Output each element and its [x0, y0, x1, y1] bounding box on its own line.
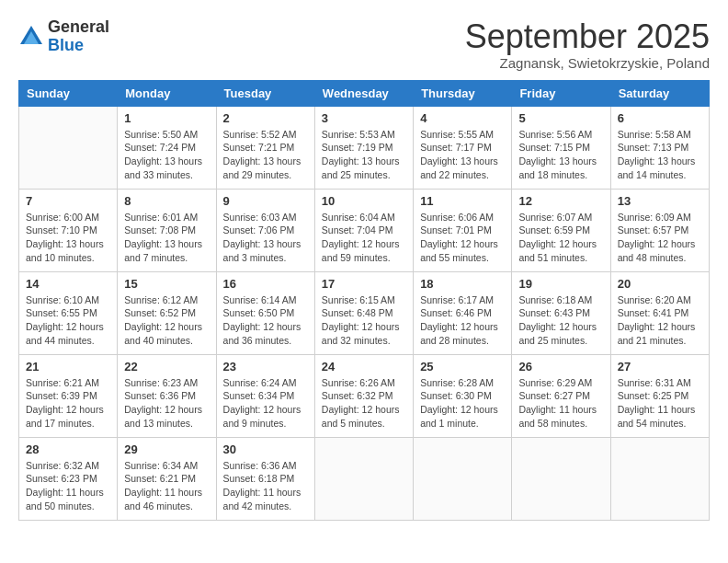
calendar-cell: 10Sunrise: 6:04 AMSunset: 7:04 PMDayligh…: [314, 189, 413, 271]
day-number: 4: [420, 111, 505, 125]
day-info: Sunrise: 6:28 AMSunset: 6:30 PMDaylight:…: [420, 376, 505, 431]
day-info: Sunrise: 6:34 AMSunset: 6:21 PMDaylight:…: [124, 459, 209, 513]
week-row-1: 1Sunrise: 5:50 AMSunset: 7:24 PMDaylight…: [19, 106, 710, 189]
location-subtitle: Zagnansk, Swietokrzyskie, Poland: [465, 55, 710, 71]
day-number: 20: [618, 277, 702, 291]
day-info: Sunrise: 6:03 AMSunset: 7:06 PMDaylight:…: [223, 211, 308, 265]
day-info: Sunrise: 6:18 AMSunset: 6:43 PMDaylight:…: [518, 293, 603, 348]
day-info: Sunrise: 6:23 AMSunset: 6:36 PMDaylight:…: [124, 376, 209, 431]
day-info: Sunrise: 6:06 AMSunset: 7:01 PMDaylight:…: [420, 211, 505, 265]
day-number: 25: [420, 360, 505, 373]
day-number: 23: [223, 360, 308, 373]
day-number: 7: [26, 194, 110, 208]
day-number: 17: [322, 277, 406, 291]
weekday-header-sunday: Sunday: [19, 80, 118, 106]
day-number: 24: [322, 360, 406, 373]
calendar-cell: 19Sunrise: 6:18 AMSunset: 6:43 PMDayligh…: [512, 271, 610, 354]
day-info: Sunrise: 6:01 AMSunset: 7:08 PMDaylight:…: [124, 211, 209, 265]
day-number: 22: [124, 360, 209, 373]
day-info: Sunrise: 6:32 AMSunset: 6:23 PMDaylight:…: [26, 459, 110, 513]
day-info: Sunrise: 6:26 AMSunset: 6:32 PMDaylight:…: [322, 376, 406, 431]
weekday-header-row: SundayMondayTuesdayWednesdayThursdayFrid…: [19, 80, 710, 106]
day-info: Sunrise: 6:04 AMSunset: 7:04 PMDaylight:…: [322, 211, 406, 265]
calendar-cell: 13Sunrise: 6:09 AMSunset: 6:57 PMDayligh…: [610, 189, 709, 271]
calendar-cell: 2Sunrise: 5:52 AMSunset: 7:21 PMDaylight…: [216, 106, 314, 189]
day-number: 15: [124, 277, 209, 291]
day-number: 16: [223, 277, 308, 291]
day-number: 14: [26, 277, 110, 291]
day-info: Sunrise: 5:55 AMSunset: 7:17 PMDaylight:…: [420, 128, 505, 182]
calendar-cell: 24Sunrise: 6:26 AMSunset: 6:32 PMDayligh…: [314, 354, 413, 437]
calendar-cell: [314, 437, 413, 520]
weekday-header-tuesday: Tuesday: [216, 80, 314, 106]
day-info: Sunrise: 5:52 AMSunset: 7:21 PMDaylight:…: [223, 128, 308, 182]
calendar-cell: [610, 437, 709, 520]
calendar-cell: 23Sunrise: 6:24 AMSunset: 6:34 PMDayligh…: [216, 354, 314, 437]
weekday-header-friday: Friday: [512, 80, 610, 106]
day-info: Sunrise: 6:20 AMSunset: 6:41 PMDaylight:…: [618, 293, 702, 348]
day-number: 5: [518, 111, 603, 125]
logo-general: General: [48, 18, 109, 37]
logo-blue: Blue: [48, 37, 109, 55]
calendar-cell: 12Sunrise: 6:07 AMSunset: 6:59 PMDayligh…: [512, 189, 610, 271]
page-header: General Blue September 2025 Zagnansk, Sw…: [18, 18, 710, 71]
day-info: Sunrise: 6:12 AMSunset: 6:52 PMDaylight:…: [124, 293, 209, 348]
calendar-cell: 21Sunrise: 6:21 AMSunset: 6:39 PMDayligh…: [19, 354, 118, 437]
weekday-header-thursday: Thursday: [414, 80, 512, 106]
calendar-cell: 26Sunrise: 6:29 AMSunset: 6:27 PMDayligh…: [512, 354, 610, 437]
calendar-cell: 8Sunrise: 6:01 AMSunset: 7:08 PMDaylight…: [118, 189, 216, 271]
day-number: 11: [420, 194, 505, 208]
month-title: September 2025: [465, 18, 710, 55]
calendar-cell: 29Sunrise: 6:34 AMSunset: 6:21 PMDayligh…: [118, 437, 216, 520]
calendar-cell: [414, 437, 512, 520]
day-info: Sunrise: 5:50 AMSunset: 7:24 PMDaylight:…: [124, 128, 209, 182]
calendar-cell: 15Sunrise: 6:12 AMSunset: 6:52 PMDayligh…: [118, 271, 216, 354]
day-number: 3: [322, 111, 406, 125]
day-info: Sunrise: 6:31 AMSunset: 6:25 PMDaylight:…: [618, 376, 702, 431]
calendar-cell: 5Sunrise: 5:56 AMSunset: 7:15 PMDaylight…: [512, 106, 610, 189]
week-row-5: 28Sunrise: 6:32 AMSunset: 6:23 PMDayligh…: [19, 437, 710, 520]
day-number: 1: [124, 111, 209, 125]
day-number: 9: [223, 194, 308, 208]
calendar-cell: 1Sunrise: 5:50 AMSunset: 7:24 PMDaylight…: [118, 106, 216, 189]
day-number: 8: [124, 194, 209, 208]
calendar-cell: 17Sunrise: 6:15 AMSunset: 6:48 PMDayligh…: [314, 271, 413, 354]
day-number: 21: [26, 360, 110, 373]
day-info: Sunrise: 6:07 AMSunset: 6:59 PMDaylight:…: [518, 211, 603, 265]
logo-icon: [18, 24, 44, 50]
week-row-3: 14Sunrise: 6:10 AMSunset: 6:55 PMDayligh…: [19, 271, 710, 354]
day-number: 2: [223, 111, 308, 125]
calendar-cell: 16Sunrise: 6:14 AMSunset: 6:50 PMDayligh…: [216, 271, 314, 354]
day-number: 26: [518, 360, 603, 373]
day-number: 18: [420, 277, 505, 291]
day-number: 19: [518, 277, 603, 291]
day-info: Sunrise: 6:00 AMSunset: 7:10 PMDaylight:…: [26, 211, 110, 265]
day-info: Sunrise: 6:10 AMSunset: 6:55 PMDaylight:…: [26, 293, 110, 348]
calendar-cell: 11Sunrise: 6:06 AMSunset: 7:01 PMDayligh…: [414, 189, 512, 271]
calendar-cell: [512, 437, 610, 520]
day-info: Sunrise: 6:17 AMSunset: 6:46 PMDaylight:…: [420, 293, 505, 348]
day-info: Sunrise: 5:58 AMSunset: 7:13 PMDaylight:…: [618, 128, 702, 182]
calendar-cell: 22Sunrise: 6:23 AMSunset: 6:36 PMDayligh…: [118, 354, 216, 437]
day-number: 12: [518, 194, 603, 208]
day-info: Sunrise: 6:29 AMSunset: 6:27 PMDaylight:…: [518, 376, 603, 431]
day-number: 13: [618, 194, 702, 208]
title-block: September 2025 Zagnansk, Swietokrzyskie,…: [465, 18, 710, 71]
day-info: Sunrise: 6:15 AMSunset: 6:48 PMDaylight:…: [322, 293, 406, 348]
day-info: Sunrise: 6:36 AMSunset: 6:18 PMDaylight:…: [223, 459, 308, 513]
day-info: Sunrise: 6:21 AMSunset: 6:39 PMDaylight:…: [26, 376, 110, 431]
calendar-cell: 18Sunrise: 6:17 AMSunset: 6:46 PMDayligh…: [414, 271, 512, 354]
day-number: 29: [124, 442, 209, 456]
day-info: Sunrise: 6:14 AMSunset: 6:50 PMDaylight:…: [223, 293, 308, 348]
calendar-cell: 4Sunrise: 5:55 AMSunset: 7:17 PMDaylight…: [414, 106, 512, 189]
calendar-cell: 20Sunrise: 6:20 AMSunset: 6:41 PMDayligh…: [610, 271, 709, 354]
day-number: 27: [618, 360, 702, 373]
calendar-cell: 27Sunrise: 6:31 AMSunset: 6:25 PMDayligh…: [610, 354, 709, 437]
calendar-cell: [19, 106, 118, 189]
day-number: 28: [26, 442, 110, 456]
calendar-cell: 28Sunrise: 6:32 AMSunset: 6:23 PMDayligh…: [19, 437, 118, 520]
day-info: Sunrise: 5:56 AMSunset: 7:15 PMDaylight:…: [518, 128, 603, 182]
weekday-header-wednesday: Wednesday: [314, 80, 413, 106]
calendar-cell: 3Sunrise: 5:53 AMSunset: 7:19 PMDaylight…: [314, 106, 413, 189]
weekday-header-monday: Monday: [118, 80, 216, 106]
